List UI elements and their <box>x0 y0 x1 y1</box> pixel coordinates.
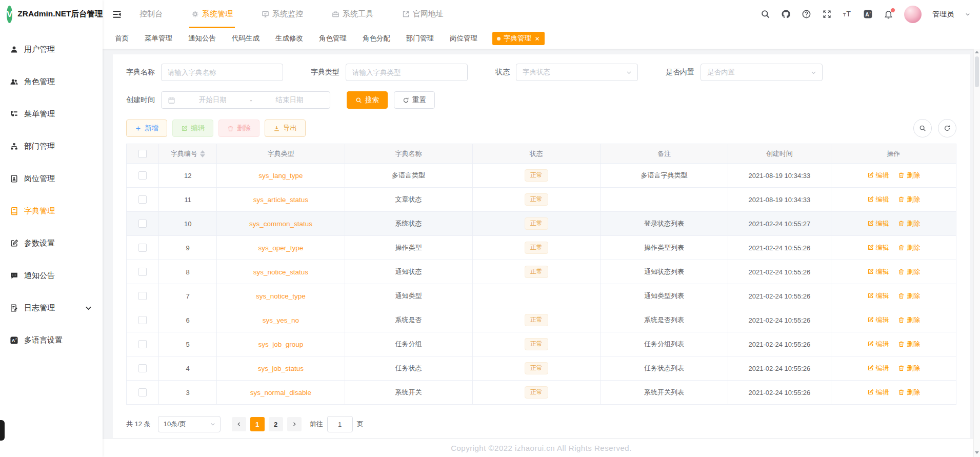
sidebar-item[interactable]: Az 多语言设置 <box>0 324 103 356</box>
row-edit-button[interactable]: 编辑 <box>867 171 889 180</box>
row-delete-button[interactable]: 删除 <box>898 340 920 349</box>
row-delete-button[interactable]: 删除 <box>898 364 920 373</box>
dict-type-link[interactable]: sys_common_status <box>249 220 312 228</box>
row-edit-button[interactable]: 编辑 <box>867 243 889 252</box>
row-checkbox[interactable] <box>138 388 147 396</box>
search-icon[interactable] <box>761 9 770 19</box>
user-name[interactable]: 管理员 <box>932 10 954 19</box>
scroll-up-arrow[interactable] <box>975 51 979 53</box>
vertical-scrollbar[interactable] <box>973 49 980 457</box>
scroll-down-arrow[interactable] <box>975 451 979 454</box>
sidebar-item[interactable]: 参数设置 <box>0 227 103 260</box>
reset-button[interactable]: 重置 <box>394 91 435 109</box>
page-tab[interactable]: 首页 <box>114 32 130 45</box>
sidebar-item[interactable]: 日志管理 <box>0 292 103 324</box>
dict-type-input[interactable] <box>346 64 468 81</box>
row-checkbox[interactable] <box>138 364 147 372</box>
end-date-placeholder[interactable]: 结束日期 <box>255 95 324 105</box>
page-tab[interactable]: 通知公告 <box>187 32 217 45</box>
page-tab[interactable]: 菜单管理 <box>144 32 173 45</box>
page-tab[interactable]: 部门管理 <box>405 32 435 45</box>
row-delete-button[interactable]: 删除 <box>898 243 920 252</box>
dict-type-link[interactable]: sys_notice_type <box>256 292 306 300</box>
search-button[interactable]: 搜索 <box>347 91 388 109</box>
dict-type-link[interactable]: sys_yes_no <box>263 316 299 324</box>
goto-page-input[interactable] <box>327 416 353 432</box>
page-tab[interactable]: 角色管理 <box>318 32 348 45</box>
topnav-item[interactable]: 系统工具 <box>330 0 375 28</box>
question-icon[interactable] <box>802 9 811 19</box>
row-edit-button[interactable]: 编辑 <box>867 364 889 373</box>
sidebar-item[interactable]: 用户管理 <box>0 33 103 66</box>
row-checkbox[interactable] <box>138 171 147 180</box>
row-delete-button[interactable]: 删除 <box>898 267 920 276</box>
prev-page-button[interactable] <box>232 417 246 431</box>
dict-type-link[interactable]: sys_normal_disable <box>250 389 311 396</box>
sort-toggle[interactable] <box>200 150 205 157</box>
sidebar-item[interactable]: 部门管理 <box>0 130 103 163</box>
topnav-item[interactable]: 控制台 <box>137 0 165 28</box>
sidebar-item[interactable]: 字典管理 <box>0 195 103 227</box>
row-delete-button[interactable]: 删除 <box>898 219 920 228</box>
row-checkbox[interactable] <box>138 220 147 228</box>
sidebar-item[interactable]: 岗位管理 <box>0 163 103 195</box>
sidebar-item[interactable]: 菜单管理 <box>0 98 103 130</box>
next-page-button[interactable] <box>287 417 302 431</box>
start-date-placeholder[interactable]: 开始日期 <box>178 95 247 105</box>
dict-type-link[interactable]: sys_job_group <box>258 341 304 348</box>
dict-name-input[interactable] <box>161 64 283 81</box>
edit-button[interactable]: 编辑 <box>172 120 213 137</box>
page-number-button[interactable]: 1 <box>250 417 265 431</box>
language-icon[interactable]: Az <box>863 9 873 19</box>
row-checkbox[interactable] <box>138 340 147 348</box>
row-checkbox[interactable] <box>138 316 147 324</box>
row-edit-button[interactable]: 编辑 <box>867 315 889 325</box>
row-edit-button[interactable]: 编辑 <box>867 291 889 301</box>
page-size-select[interactable]: 10条/页 <box>158 416 221 432</box>
dict-type-link[interactable]: sys_lang_type <box>258 172 303 180</box>
page-number-button[interactable]: 2 <box>269 417 283 431</box>
row-checkbox[interactable] <box>138 268 147 276</box>
builtin-select[interactable]: 是否内置 <box>701 64 823 81</box>
page-tab[interactable]: 岗位管理 <box>449 32 478 45</box>
status-select[interactable]: 字典状态 <box>516 64 638 81</box>
row-checkbox[interactable] <box>138 292 147 300</box>
bell-icon[interactable] <box>884 9 893 19</box>
dict-type-link[interactable]: sys_oper_type <box>258 244 304 252</box>
row-edit-button[interactable]: 编辑 <box>867 267 889 276</box>
delete-button[interactable]: 删除 <box>218 120 259 137</box>
row-checkbox[interactable] <box>138 244 147 252</box>
dict-type-link[interactable]: sys_job_status <box>258 365 304 372</box>
row-delete-button[interactable]: 删除 <box>898 171 920 180</box>
row-checkbox[interactable] <box>138 195 147 204</box>
date-range-picker[interactable]: 开始日期 - 结束日期 <box>161 91 330 109</box>
row-delete-button[interactable]: 删除 <box>898 388 920 397</box>
brand[interactable]: V ZRAdmin.NET后台管理 <box>0 0 103 28</box>
font-size-icon[interactable]: TT <box>843 9 852 19</box>
toggle-search-button[interactable] <box>913 119 932 137</box>
sidebar-scrollbar-thumb[interactable] <box>0 420 5 441</box>
add-button[interactable]: 新增 <box>126 120 167 137</box>
page-tab[interactable]: 字典管理 <box>492 32 545 45</box>
row-edit-button[interactable]: 编辑 <box>867 219 889 228</box>
page-tab[interactable]: 代码生成 <box>231 32 261 45</box>
row-delete-button[interactable]: 删除 <box>898 315 920 325</box>
page-tab[interactable]: 角色分配 <box>362 32 391 45</box>
fullscreen-icon[interactable] <box>822 9 832 19</box>
avatar[interactable] <box>904 6 922 23</box>
row-edit-button[interactable]: 编辑 <box>867 340 889 349</box>
row-delete-button[interactable]: 删除 <box>898 195 920 204</box>
sidebar-item[interactable]: 角色管理 <box>0 66 103 98</box>
row-edit-button[interactable]: 编辑 <box>867 388 889 397</box>
topnav-item[interactable]: 系统管理 <box>189 0 235 28</box>
dict-type-link[interactable]: sys_notice_status <box>253 268 308 276</box>
refresh-table-button[interactable] <box>938 119 956 137</box>
page-tab[interactable]: 生成修改 <box>274 32 304 45</box>
github-icon[interactable] <box>781 9 791 19</box>
select-all-checkbox[interactable] <box>138 150 147 158</box>
close-icon[interactable] <box>534 36 540 42</box>
scrollbar-thumb[interactable] <box>975 56 979 87</box>
menu-fold-icon[interactable] <box>112 9 122 19</box>
topnav-item[interactable]: 系统监控 <box>259 0 305 28</box>
chevron-down-icon[interactable] <box>965 11 971 17</box>
